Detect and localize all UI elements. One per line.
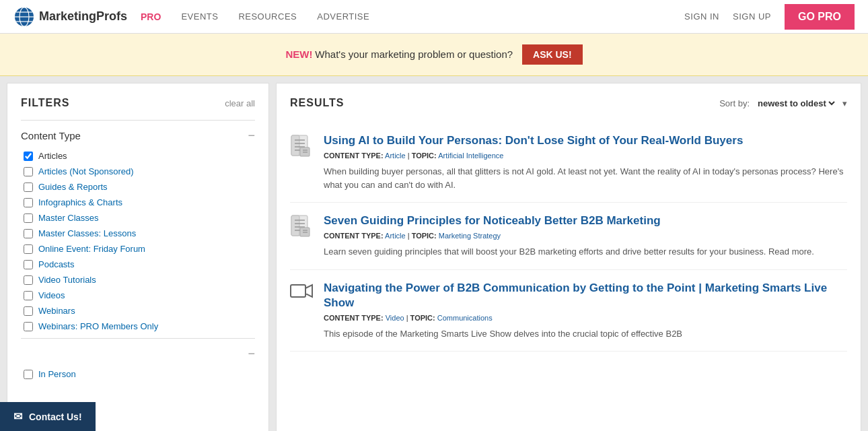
topic-value-1[interactable]: Artificial Intelligence bbox=[438, 152, 503, 160]
results-header: RESULTS Sort by: newest to oldest oldest… bbox=[290, 97, 847, 109]
contact-us-label: Contact Us! bbox=[29, 411, 82, 422]
logo-text: MarketingProfs bbox=[39, 9, 127, 24]
videos-checkbox[interactable] bbox=[24, 291, 33, 300]
content-type-section: Content Type − Articles Articles (Not Sp… bbox=[21, 120, 255, 331]
content-type-collapse-icon[interactable]: − bbox=[248, 129, 255, 143]
filters-header: FILTERS clear all bbox=[21, 97, 255, 109]
ask-us-button[interactable]: ASK US! bbox=[522, 44, 583, 65]
nav-events[interactable]: EVENTS bbox=[181, 11, 218, 22]
topic-label-1: TOPIC: bbox=[412, 152, 437, 160]
articles-not-sponsored-label[interactable]: Articles (Not Sponsored) bbox=[38, 166, 134, 176]
master-classes-lessons-label[interactable]: Master Classes: Lessons bbox=[38, 228, 136, 238]
infographics-label[interactable]: Infographics & Charts bbox=[38, 197, 122, 207]
online-event-checkbox[interactable] bbox=[24, 244, 33, 254]
podcasts-checkbox[interactable] bbox=[24, 260, 33, 269]
filter-webinars-pro[interactable]: Webinars: PRO Members Only bbox=[21, 321, 255, 331]
filter-videos[interactable]: Videos bbox=[21, 290, 255, 300]
guides-label[interactable]: Guides & Reports bbox=[38, 182, 108, 192]
sign-up-link[interactable]: SIGN UP bbox=[733, 11, 771, 22]
filter-guides[interactable]: Guides & Reports bbox=[21, 182, 255, 192]
filter-master-classes-lessons[interactable]: Master Classes: Lessons bbox=[21, 228, 255, 238]
go-pro-button[interactable]: GO PRO bbox=[785, 4, 855, 30]
result-title-1[interactable]: Using AI to Build Your Personas: Don't L… bbox=[324, 133, 847, 148]
sign-in-link[interactable]: SIGN IN bbox=[684, 11, 719, 22]
video-cam-icon bbox=[290, 282, 313, 301]
filter-articles[interactable]: Articles bbox=[21, 151, 255, 161]
nav-advertise[interactable]: ADVERTISE bbox=[317, 11, 369, 22]
webinars-pro-checkbox[interactable] bbox=[24, 322, 33, 331]
articles-not-sponsored-checkbox[interactable] bbox=[24, 167, 33, 176]
master-classes-checkbox[interactable] bbox=[24, 213, 33, 223]
topic-value-2[interactable]: Marketing Strategy bbox=[439, 232, 501, 240]
content-type-value-2[interactable]: Article bbox=[385, 232, 406, 240]
result-meta-3: CONTENT TYPE: Video | TOPIC: Communicati… bbox=[324, 314, 847, 322]
sort-by-label: Sort by: bbox=[719, 98, 750, 108]
main-nav: EVENTS RESOURCES ADVERTISE bbox=[181, 11, 684, 22]
result-title-2[interactable]: Seven Guiding Principles for Noticeably … bbox=[324, 213, 814, 228]
results-title: RESULTS bbox=[290, 97, 344, 109]
svg-rect-23 bbox=[291, 285, 305, 297]
filters-panel: FILTERS clear all Content Type − Article… bbox=[7, 83, 269, 431]
filter-webinars[interactable]: Webinars bbox=[21, 306, 255, 316]
master-classes-label[interactable]: Master Classes bbox=[38, 213, 99, 223]
result-body-1: Using AI to Build Your Personas: Don't L… bbox=[324, 133, 847, 191]
filter-master-classes[interactable]: Master Classes bbox=[21, 213, 255, 223]
podcasts-label[interactable]: Podcasts bbox=[38, 259, 74, 269]
articles-label[interactable]: Articles bbox=[38, 151, 67, 161]
webinars-label[interactable]: Webinars bbox=[38, 306, 75, 316]
filter-in-person[interactable]: In Person bbox=[21, 369, 255, 379]
infographics-checkbox[interactable] bbox=[24, 198, 33, 207]
sort-select[interactable]: newest to oldest oldest to newest bbox=[755, 98, 837, 109]
second-filter-section: − In Person bbox=[21, 338, 255, 379]
svg-rect-6 bbox=[291, 135, 299, 156]
topic-label-2: TOPIC: bbox=[412, 232, 437, 240]
topic-label-3: TOPIC: bbox=[410, 314, 435, 322]
content-type-value-1[interactable]: Article bbox=[385, 152, 406, 160]
svg-marker-24 bbox=[305, 285, 312, 297]
content-type-label-2: CONTENT TYPE: bbox=[324, 232, 384, 240]
videos-label[interactable]: Videos bbox=[38, 290, 65, 300]
clear-all-link[interactable]: clear all bbox=[225, 98, 255, 108]
result-title-3[interactable]: Navigating the Power of B2B Communicatio… bbox=[324, 281, 847, 310]
contact-us-bar[interactable]: ✉ Contact Us! bbox=[0, 402, 96, 431]
nav-resources[interactable]: RESOURCES bbox=[238, 11, 297, 22]
filter-video-tutorials[interactable]: Video Tutorials bbox=[21, 275, 255, 285]
articles-checkbox[interactable] bbox=[24, 152, 33, 161]
second-section-collapse-icon[interactable]: − bbox=[248, 347, 255, 361]
guides-checkbox[interactable] bbox=[24, 183, 33, 192]
in-person-checkbox[interactable] bbox=[24, 370, 33, 379]
result-meta-2: CONTENT TYPE: Article | TOPIC: Marketing… bbox=[324, 232, 814, 240]
filter-podcasts[interactable]: Podcasts bbox=[21, 259, 255, 269]
filters-title: FILTERS bbox=[21, 97, 69, 109]
webinars-checkbox[interactable] bbox=[24, 306, 33, 316]
content-type-label-1: CONTENT TYPE: bbox=[324, 152, 384, 160]
video-tutorials-label[interactable]: Video Tutorials bbox=[38, 275, 96, 285]
nav-right: SIGN IN SIGN UP GO PRO bbox=[684, 4, 855, 30]
master-classes-lessons-checkbox[interactable] bbox=[24, 229, 33, 238]
result-item-3: Navigating the Power of B2B Communicatio… bbox=[290, 270, 847, 352]
second-section-header: − bbox=[21, 347, 255, 361]
nav-pro[interactable]: PRO bbox=[141, 11, 161, 22]
chevron-down-icon: ▾ bbox=[842, 98, 847, 108]
banner-text: What's your marketing problem or questio… bbox=[315, 48, 513, 60]
video-tutorials-checkbox[interactable] bbox=[24, 275, 33, 285]
main-layout: FILTERS clear all Content Type − Article… bbox=[0, 76, 868, 431]
article-icon-2 bbox=[290, 213, 314, 259]
svg-rect-15 bbox=[291, 216, 299, 236]
in-person-label[interactable]: In Person bbox=[38, 369, 76, 379]
content-type-label-3: CONTENT TYPE: bbox=[324, 314, 384, 322]
filter-online-event[interactable]: Online Event: Friday Forum bbox=[21, 244, 255, 254]
envelope-icon: ✉ bbox=[13, 410, 22, 423]
result-meta-1: CONTENT TYPE: Article | TOPIC: Artificia… bbox=[324, 152, 847, 160]
webinars-pro-label[interactable]: Webinars: PRO Members Only bbox=[38, 321, 158, 331]
filter-infographics[interactable]: Infographics & Charts bbox=[21, 197, 255, 207]
filter-articles-not-sponsored[interactable]: Articles (Not Sponsored) bbox=[21, 166, 255, 176]
sort-area: Sort by: newest to oldest oldest to newe… bbox=[719, 98, 847, 109]
logo[interactable]: MarketingProfs bbox=[13, 6, 127, 28]
article-doc-icon bbox=[290, 135, 313, 158]
content-type-value-3[interactable]: Video bbox=[386, 314, 404, 322]
article-doc-icon-2 bbox=[290, 215, 313, 238]
topic-value-3[interactable]: Communications bbox=[437, 314, 493, 322]
online-event-label[interactable]: Online Event: Friday Forum bbox=[38, 244, 145, 254]
content-type-header: Content Type − bbox=[21, 129, 255, 143]
